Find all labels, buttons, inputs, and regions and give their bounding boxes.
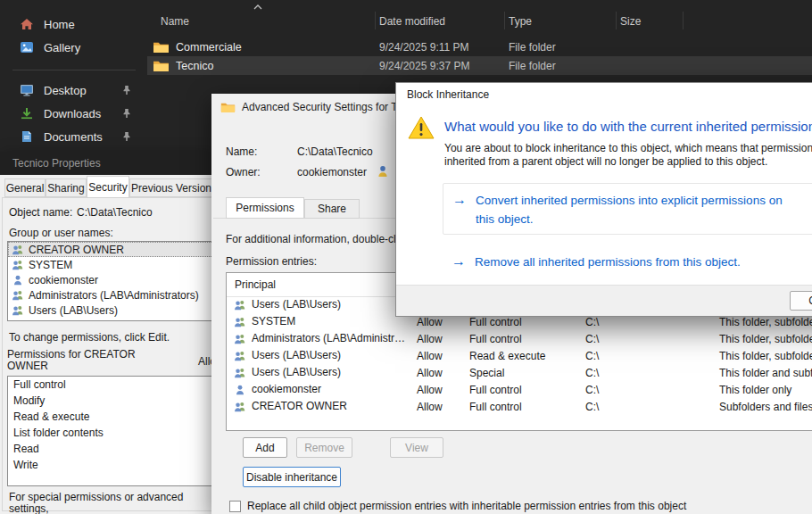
tab-sharing[interactable]: Sharing	[46, 178, 87, 197]
column-separator[interactable]	[616, 12, 617, 29]
permission-item[interactable]: Write	[8, 457, 211, 473]
tab-permissions[interactable]: Permissions	[226, 197, 304, 219]
owner-label: Owner:	[226, 166, 261, 178]
documents-icon	[20, 130, 34, 143]
tab-previous-versions[interactable]: Previous Versions	[129, 178, 211, 197]
dialog-footer: Cancel	[396, 285, 812, 316]
tab-general[interactable]: General	[4, 178, 46, 197]
convert-permissions-command-link[interactable]: → Convert inherited permissions into exp…	[443, 183, 812, 235]
sidebar-item-label: Downloads	[44, 107, 101, 120]
properties-dialog: Tecnico Properties General Sharing Secur…	[0, 152, 211, 514]
group-item-label: Users (LAB\Users)	[29, 304, 118, 317]
folder-icon	[153, 59, 170, 72]
file-date-modified: 9/24/2025 9:37 PM	[379, 56, 469, 75]
group-list-label: Group or user names:	[9, 227, 113, 239]
user-icon	[234, 384, 246, 395]
permission-entries-label: Permission entries:	[226, 255, 317, 268]
file-type: File folder	[509, 37, 556, 56]
sidebar-item-downloads[interactable]: Downloads	[5, 102, 142, 125]
user-icon	[12, 274, 24, 286]
permission-item[interactable]: Modify	[8, 393, 211, 409]
entry-access: Special	[469, 364, 504, 381]
permission-entry-row[interactable]: Users (LAB\Users) Allow Special C:\ This…	[227, 364, 812, 381]
object-name-label: Object name:	[9, 206, 72, 219]
permission-entry-row[interactable]: cookiemonster Allow Full control C:\ Thi…	[227, 381, 812, 398]
entry-inherited-from: C:\	[585, 330, 599, 347]
sidebar-item-desktop[interactable]: Desktop	[5, 79, 142, 102]
column-header-name[interactable]: Name	[161, 12, 189, 30]
group-item-system[interactable]: SYSTEM	[8, 257, 211, 272]
entry-principal: Administrators (LAB\Administrators)	[252, 330, 410, 347]
home-icon	[20, 18, 34, 30]
replace-permissions-checkbox[interactable]	[229, 501, 241, 512]
group-item-administrators[interactable]: Administrators (LAB\Administrators)	[8, 287, 211, 303]
properties-title-bar[interactable]: Tecnico Properties	[0, 152, 211, 175]
group-item-users[interactable]: Users (LAB\Users)	[8, 303, 211, 318]
group-item-label: cookiemonster	[29, 274, 98, 286]
dialog-title: Block Inheritance	[407, 88, 489, 101]
entry-type: Allow	[417, 330, 443, 347]
group-item-label: SYSTEM	[29, 259, 72, 271]
permission-item[interactable]: Full control	[8, 377, 211, 393]
sidebar-item-home[interactable]: Home	[5, 12, 142, 36]
tab-security[interactable]: Security	[87, 176, 129, 198]
entry-inherited-from: C:\	[585, 364, 599, 381]
permissions-for-label: Permissions for CREATOR OWNER	[7, 349, 150, 372]
sidebar-item-documents[interactable]: Documents	[5, 125, 142, 148]
entry-type: Allow	[417, 364, 443, 381]
sidebar-item-gallery[interactable]: Gallery	[5, 36, 142, 59]
group-icon	[12, 259, 24, 270]
permission-label: Write	[13, 459, 38, 471]
column-separator[interactable]	[504, 12, 505, 29]
column-header-size[interactable]: Size	[620, 12, 641, 30]
permission-entry-row[interactable]: Users (LAB\Users) Allow Read & execute C…	[227, 347, 812, 364]
permission-label: List folder contents	[13, 427, 104, 439]
permission-entry-row[interactable]: CREATOR OWNER Allow Full control C:\ Sub…	[227, 398, 812, 415]
file-row-tecnico-selected[interactable]: Tecnico 9/24/2025 9:37 PM File folder	[147, 56, 812, 75]
permission-item[interactable]: List folder contents	[8, 425, 211, 441]
permission-item[interactable]: Read & execute	[8, 409, 211, 425]
file-date-modified: 9/24/2025 9:11 PM	[379, 37, 469, 56]
warning-icon	[407, 115, 435, 140]
gallery-icon	[20, 41, 34, 54]
entry-type: Allow	[417, 398, 443, 415]
folder-icon	[220, 101, 236, 113]
file-row-commerciale[interactable]: Commerciale 9/24/2025 9:11 PM File folde…	[147, 37, 812, 56]
permission-entry-row[interactable]: Administrators (LAB\Administrators) Allo…	[227, 330, 812, 347]
group-item-creator-owner[interactable]: CREATOR OWNER	[8, 242, 211, 257]
folder-icon	[153, 40, 170, 54]
add-button[interactable]: Add	[243, 437, 287, 458]
cancel-button[interactable]: Cancel	[790, 291, 812, 311]
column-header-date-modified[interactable]: Date modified	[379, 12, 445, 30]
column-header-type[interactable]: Type	[509, 12, 532, 30]
view-button: View	[390, 437, 443, 458]
edit-hint-text: To change permissions, click Edit.	[9, 331, 170, 344]
entry-access: Full control	[469, 398, 522, 415]
entry-principal: SYSTEM	[252, 313, 410, 330]
block-inheritance-title-bar[interactable]: Block Inheritance	[396, 83, 812, 106]
entry-principal: cookiemonster	[252, 381, 410, 398]
file-name: Commerciale	[176, 37, 242, 56]
disable-inheritance-button[interactable]: Disable inheritance	[243, 467, 341, 487]
arrow-right-icon: →	[452, 253, 466, 270]
entry-applies-to: This folder, subfolders and files	[719, 347, 812, 364]
pin-icon	[121, 108, 132, 119]
group-user-listbox: CREATOR OWNER SYSTEM cookiemonster Admin…	[7, 241, 211, 321]
pin-icon	[121, 131, 132, 142]
entry-inherited-from: C:\	[585, 381, 599, 398]
permission-item[interactable]: Read	[8, 441, 211, 457]
entry-access: Full control	[469, 381, 522, 398]
remove-permissions-command-link[interactable]: → Remove all inherited permissions from …	[443, 245, 812, 278]
group-item-cookiemonster[interactable]: cookiemonster	[8, 272, 211, 287]
object-name-value: C:\Data\Tecnico	[77, 206, 153, 219]
permission-label: Full control	[13, 378, 66, 391]
replace-permissions-label: Replace all child object permission entr…	[247, 500, 686, 512]
permissions-listbox: Full control Modify Read & execute List …	[7, 376, 211, 486]
column-separator[interactable]	[375, 12, 376, 29]
group-item-label: CREATOR OWNER	[29, 244, 124, 256]
column-separator[interactable]	[683, 12, 684, 29]
command-link-label: Remove all inherited permissions from th…	[475, 253, 741, 271]
tab-share[interactable]: Share	[304, 199, 360, 219]
entry-type: Allow	[417, 347, 443, 364]
col-principal[interactable]: Principal	[235, 273, 276, 296]
